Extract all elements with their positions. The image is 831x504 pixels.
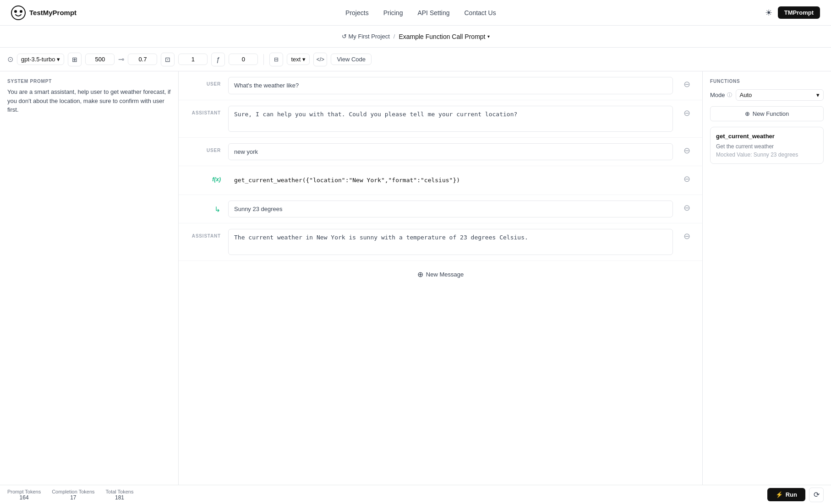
completion-tokens-value: 17 [70, 494, 76, 501]
top-p-input[interactable] [178, 54, 208, 65]
max-tokens-input[interactable] [85, 54, 115, 65]
run-button[interactable]: ⚡ Run [767, 488, 805, 501]
svg-point-1 [14, 10, 17, 13]
freq-penalty-icon-button[interactable]: ƒ [211, 53, 225, 66]
plus-circle-icon-fn: ⊕ [745, 110, 750, 117]
functions-panel: FUNCTIONS Mode ⓘ Auto ▾ ⊕ New Function g… [703, 71, 831, 485]
format-chevron-icon: ▾ [302, 56, 306, 63]
remove-message-1-button[interactable]: ⊖ [680, 106, 693, 119]
breadcrumb-separator: / [394, 33, 395, 40]
svg-point-0 [11, 6, 25, 20]
message-role-return: ↳ [188, 201, 221, 214]
model-value: gpt-3.5-turbo [21, 56, 55, 63]
main-layout: SYSTEM PROMPT You are a smart assistant,… [0, 71, 831, 485]
mode-row: Mode ⓘ Auto ▾ [710, 89, 824, 101]
conversation-panel: USER ⊖ ASSISTANT Sure, I can help you wi… [179, 71, 703, 485]
prompt-tokens-group: Prompt Tokens 164 [7, 489, 41, 501]
message-role-function: f(x) [188, 172, 221, 183]
nav-projects[interactable]: Projects [345, 9, 369, 16]
mode-select[interactable]: Auto ▾ [736, 89, 824, 101]
footer-tokens: Prompt Tokens 164 Completion Tokens 17 T… [7, 489, 133, 501]
slider-icon: ⊸ [118, 55, 124, 64]
history-button[interactable]: ⟳ [809, 488, 824, 502]
run-icon: ⚡ [776, 491, 783, 498]
system-prompt-panel: SYSTEM PROMPT You are a smart assistant,… [0, 71, 179, 485]
back-arrow-icon: ↺ [342, 33, 347, 40]
new-function-label: New Function [753, 110, 789, 117]
message-role-user: USER [188, 77, 221, 87]
function-card-mock: Mocked Value: Sunny 23 degrees [716, 152, 818, 158]
user-menu-button[interactable]: TMPrompt [778, 6, 820, 19]
chevron-down-icon: ▾ [487, 34, 490, 39]
message-row: ASSISTANT Sure, I can help you with that… [179, 100, 702, 138]
logo: TestMyPrompt [11, 5, 77, 20]
view-code-button[interactable]: View Code [331, 54, 372, 65]
back-project-label: My First Project [349, 33, 390, 40]
functions-label: FUNCTIONS [710, 79, 824, 84]
nav-api-setting[interactable]: API Setting [417, 9, 449, 16]
new-message-label: New Message [426, 271, 464, 278]
theme-toggle-button[interactable]: ☀ [765, 8, 772, 18]
completion-tokens-group: Completion Tokens 17 [52, 489, 94, 501]
message-row: ↳ ⊖ [179, 195, 702, 224]
message-role-user-2: USER [188, 143, 221, 153]
new-function-button[interactable]: ⊕ New Function [710, 106, 824, 121]
save-icon-button[interactable]: ⊞ [68, 53, 82, 66]
top-p-icon-button[interactable]: ⊡ [161, 53, 175, 66]
code-icon-button[interactable]: </> [313, 53, 327, 66]
total-tokens-label: Total Tokens [106, 489, 134, 494]
function-card-description: Get the current weather [716, 143, 818, 150]
header-right: ☀ TMPrompt [765, 6, 820, 19]
main-nav: Projects Pricing API Setting Contact Us [345, 9, 496, 16]
remove-message-3-button[interactable]: ⊖ [680, 172, 693, 184]
message-input-2[interactable] [228, 143, 673, 161]
message-role-assistant: ASSISTANT [188, 106, 221, 115]
format-icon-button[interactable]: ⊟ [269, 53, 283, 66]
remove-message-4-button[interactable]: ⊖ [680, 201, 693, 213]
system-prompt-text[interactable]: You are a smart assistant, help user to … [7, 87, 171, 114]
logo-text: TestMyPrompt [29, 9, 77, 16]
prompt-tokens-value: 164 [20, 494, 29, 501]
run-label: Run [786, 491, 797, 498]
breadcrumb-back[interactable]: ↺ My First Project [342, 33, 390, 40]
remove-message-2-button[interactable]: ⊖ [680, 143, 693, 156]
message-row: ASSISTANT The current weather in New Yor… [179, 223, 702, 261]
mode-chevron-icon: ▾ [816, 92, 820, 98]
header: TestMyPrompt Projects Pricing API Settin… [0, 0, 831, 26]
toolbar-divider [263, 54, 264, 65]
message-row: f(x) get_current_weather({"location":"Ne… [179, 166, 702, 195]
current-prompt-label: Example Function Call Prompt [399, 33, 485, 40]
message-input-4[interactable] [228, 201, 673, 218]
format-select[interactable]: text ▾ [287, 54, 310, 65]
model-chevron-icon: ▾ [57, 56, 60, 63]
new-message-row[interactable]: ⊕ New Message [179, 261, 702, 288]
message-row: USER ⊖ [179, 71, 702, 100]
message-input-5[interactable]: The current weather in New York is sunny… [228, 229, 673, 255]
mode-info-icon: ⓘ [727, 92, 732, 98]
function-card[interactable]: get_current_weather Get the current weat… [710, 127, 824, 164]
remove-message-0-button[interactable]: ⊖ [680, 77, 693, 90]
nav-contact[interactable]: Contact Us [464, 9, 496, 16]
model-select[interactable]: gpt-3.5-turbo ▾ [17, 54, 64, 65]
total-tokens-group: Total Tokens 181 [106, 489, 134, 501]
frequency-penalty-input[interactable] [229, 54, 258, 65]
mode-value: Auto [740, 92, 752, 98]
breadcrumb-bar: ↺ My First Project / Example Function Ca… [0, 26, 831, 48]
footer: Prompt Tokens 164 Completion Tokens 17 T… [0, 485, 831, 504]
completion-tokens-label: Completion Tokens [52, 489, 94, 494]
system-prompt-label: SYSTEM PROMPT [7, 79, 171, 84]
message-input-1[interactable]: Sure, I can help you with that. Could yo… [228, 106, 673, 132]
function-call-display: get_current_weather({"location":"New Yor… [228, 172, 673, 189]
plus-circle-icon: ⊕ [417, 270, 423, 279]
logo-icon [11, 5, 26, 20]
nav-pricing[interactable]: Pricing [383, 9, 403, 16]
svg-point-2 [20, 10, 22, 13]
format-value: text [291, 56, 301, 63]
remove-message-5-button[interactable]: ⊖ [680, 229, 693, 242]
temperature-input[interactable] [128, 54, 157, 65]
message-role-assistant-2: ASSISTANT [188, 229, 221, 238]
breadcrumb-current[interactable]: Example Function Call Prompt ▾ [399, 33, 489, 40]
footer-right: ⚡ Run ⟳ [767, 488, 824, 502]
mode-label: Mode ⓘ [710, 92, 732, 98]
message-input-0[interactable] [228, 77, 673, 94]
